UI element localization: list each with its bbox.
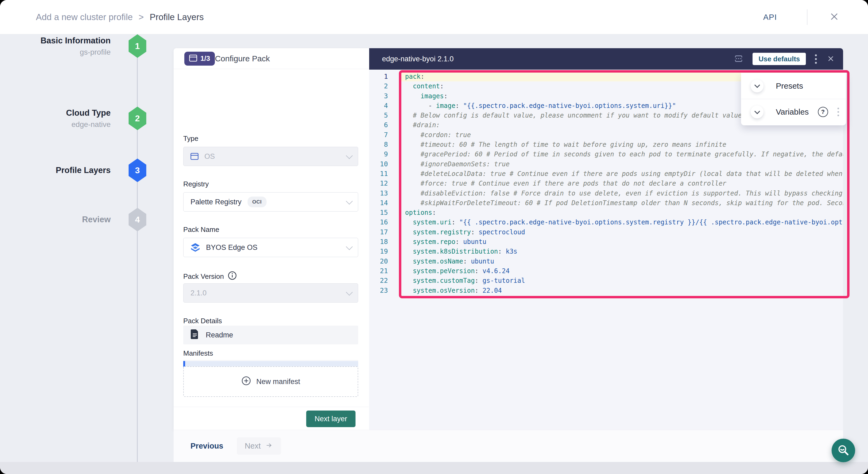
line-number: 7 [369, 130, 388, 140]
next-button[interactable]: Next [237, 437, 281, 455]
new-manifest-button[interactable]: New manifest [183, 366, 358, 397]
stepper-item[interactable]: Review 4 [0, 208, 146, 231]
step-number-badge: 2 [129, 106, 146, 130]
code-line[interactable]: 9 #gracePeriod: 60 # Period of time in s… [369, 150, 843, 159]
chevron-down-icon [346, 198, 352, 204]
code-text[interactable]: #timeout: 60 # The length of time to wai… [401, 140, 843, 150]
readme-tab[interactable]: Readme [183, 326, 358, 344]
code-line[interactable]: 19 system.k8sDistribution: k3s [369, 247, 843, 256]
code-text[interactable]: system.peVersion: v4.6.24 [401, 266, 843, 276]
os-window-icon [190, 153, 198, 160]
chevron-down-icon [346, 152, 352, 159]
line-number: 16 [369, 217, 388, 227]
chevron-down-icon [346, 289, 352, 295]
code-text[interactable]: #ignoreDaemonSets: true [401, 159, 843, 169]
code-text[interactable]: system.registry: spectrocloud [401, 227, 843, 237]
code-text[interactable]: system.uri: "{{ .spectro.pack.edge-nativ… [401, 217, 843, 227]
code-line[interactable]: 7 #cordon: true [369, 130, 843, 140]
step-subtitle: edge-native [0, 119, 111, 130]
code-text[interactable]: system.k8sDistribution: k3s [401, 247, 843, 256]
type-value: OS [205, 152, 215, 161]
line-number: 13 [369, 189, 388, 198]
stepper-item[interactable]: Cloud Type edge-native 2 [0, 106, 146, 130]
configure-pack-panel: 1/3 Configure Pack Type OS Registry Pale… [174, 48, 369, 430]
chevron-down-icon[interactable] [751, 80, 764, 92]
variables-label: Variables [776, 107, 809, 117]
close-wizard-button[interactable] [828, 11, 840, 23]
step-number-badge: 3 [129, 159, 146, 182]
step-count-badge: 1/3 [184, 52, 215, 66]
code-line[interactable]: 8 #timeout: 60 # The length of time to w… [369, 140, 843, 150]
code-line[interactable]: 12 #force: true # Continue even if there… [369, 179, 843, 188]
code-line[interactable]: 22 system.customTag: gs-tutorial [369, 276, 843, 285]
code-text[interactable]: #force: true # Continue even if there ar… [401, 179, 843, 188]
variables-expander[interactable]: Variables ? [741, 99, 846, 125]
panel-title: Configure Pack [215, 54, 270, 63]
code-text[interactable]: #cordon: true [401, 130, 843, 140]
pack-name-value: BYOS Edge OS [206, 244, 257, 252]
top-bar: Add a new cluster profile > Profile Laye… [0, 0, 868, 34]
stepper-item[interactable]: Basic Information gs-profile 1 [0, 34, 146, 58]
code-text[interactable]: options: [401, 208, 843, 217]
stepper-line [137, 34, 138, 474]
editor-menu-button[interactable] [814, 53, 818, 65]
code-text[interactable]: #disableEviction: false # Force drain to… [401, 189, 843, 198]
code-line[interactable]: 13 #disableEviction: false # Force drain… [369, 189, 843, 198]
diff-icon [734, 54, 743, 64]
oci-badge: OCI [248, 196, 267, 207]
chevron-down-icon[interactable] [751, 105, 764, 118]
line-number: 5 [369, 110, 388, 120]
breadcrumb-parent[interactable]: Add a new cluster profile [36, 12, 133, 22]
line-number: 22 [369, 276, 388, 285]
code-line[interactable]: 15options: [369, 208, 843, 217]
line-number: 4 [369, 101, 388, 110]
code-line[interactable]: 23 system.osVersion: 22.04 [369, 286, 843, 295]
line-number: 1 [369, 72, 388, 82]
registry-select[interactable]: Palette Registry OCI [183, 192, 358, 212]
app-window: Add a new cluster profile > Profile Laye… [0, 0, 868, 474]
presets-label: Presets [776, 82, 803, 91]
line-number: 23 [369, 286, 388, 295]
next-layer-button[interactable]: Next layer [306, 411, 355, 427]
code-line[interactable]: 11 #deleteLocalData: true # Continue eve… [369, 169, 843, 179]
editor-header: edge-native-byoi 2.1.0 Use defaults [369, 48, 843, 70]
editor-close-button[interactable] [826, 54, 836, 64]
use-defaults-button[interactable]: Use defaults [752, 53, 806, 65]
code-text[interactable]: #deleteLocalData: true # Continue even i… [401, 169, 843, 179]
pack-details-label: Pack Details [183, 317, 222, 325]
window-icon [189, 55, 197, 63]
divider [807, 9, 807, 25]
api-link[interactable]: API [763, 12, 777, 22]
code-line[interactable]: 16 system.uri: "{{ .spectro.pack.edge-na… [369, 217, 843, 227]
code-text[interactable]: system.customTag: gs-tutorial [401, 276, 843, 285]
diff-view-button[interactable] [733, 53, 744, 65]
info-icon[interactable] [228, 271, 237, 282]
line-number: 14 [369, 198, 388, 208]
help-icon[interactable]: ? [818, 107, 828, 117]
line-number: 11 [369, 169, 388, 179]
code-text[interactable]: system.osName: ubuntu [401, 257, 843, 266]
pack-name-select[interactable]: BYOS Edge OS [183, 238, 358, 257]
code-line[interactable]: 18 system.repo: ubuntu [369, 237, 843, 247]
next-button-label: Next [245, 442, 261, 450]
code-line[interactable]: 10 #ignoreDaemonSets: true [369, 159, 843, 169]
bottom-strip [0, 462, 868, 474]
code-line[interactable]: 20 system.osName: ubuntu [369, 257, 843, 266]
kebab-icon[interactable] [836, 106, 841, 118]
line-number: 12 [369, 179, 388, 188]
line-number: 17 [369, 227, 388, 237]
code-text[interactable]: system.repo: ubuntu [401, 237, 843, 247]
previous-button[interactable]: Previous [189, 441, 225, 451]
code-line[interactable]: 14 #skipWaitForDeleteTimeout: 60 # If po… [369, 198, 843, 208]
code-line[interactable]: 21 system.peVersion: v4.6.24 [369, 266, 843, 276]
search-fab[interactable] [832, 439, 855, 462]
line-number: 9 [369, 150, 388, 159]
code-text[interactable]: system.osVersion: 22.04 [401, 286, 843, 295]
presets-expander[interactable]: Presets [741, 73, 846, 99]
code-text[interactable]: #gracePeriod: 60 # Period of time in sec… [401, 150, 843, 159]
pack-version-label: Pack Version [183, 271, 237, 282]
code-text[interactable]: #skipWaitForDeleteTimeout: 60 # If pod D… [401, 198, 843, 208]
stepper-item[interactable]: Profile Layers 3 [0, 159, 146, 182]
breadcrumb-current: Profile Layers [150, 12, 204, 22]
code-line[interactable]: 17 system.registry: spectrocloud [369, 227, 843, 237]
